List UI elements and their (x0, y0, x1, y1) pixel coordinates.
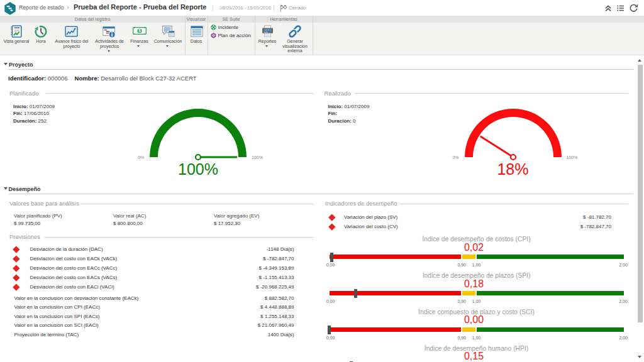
svg-text:$: $ (138, 28, 141, 33)
